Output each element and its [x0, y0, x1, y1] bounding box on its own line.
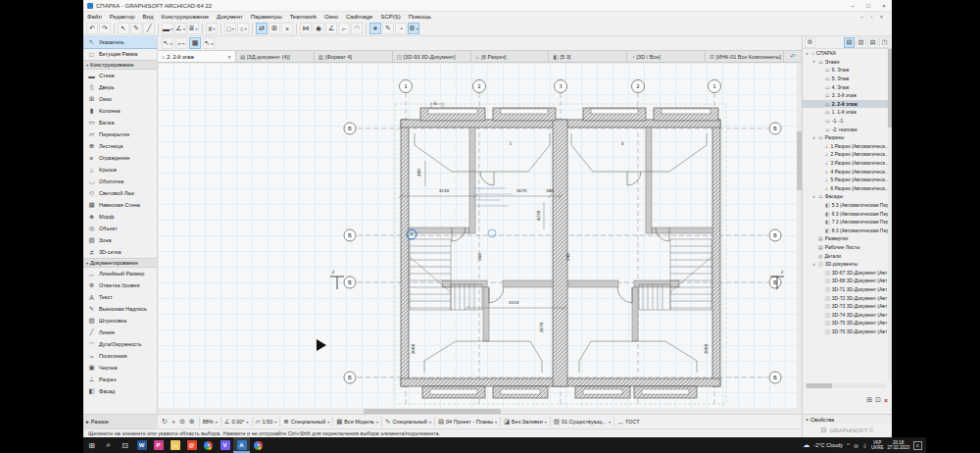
navigator-settings-icon[interactable]: ⚙	[805, 37, 815, 48]
tree-item-5-3--автоматическая-пер[interactable]: ◧5 3 (Автоматическая Пер	[803, 201, 889, 210]
brush-tool-icon[interactable]: ╱	[143, 23, 155, 34]
tree-item--2--геоплан[interactable]: ▭-2. геоплан	[803, 125, 889, 133]
toolbox-item-marquee[interactable]: □Бегущая Рамка	[83, 48, 157, 60]
tab--инк-01-все-компоненты-[interactable]: ⊟[ИНК-01 Все Компоненты]	[706, 51, 784, 62]
toolbox-item-zone[interactable]: ▨Зона	[83, 234, 157, 246]
undo-icon[interactable]: ↶	[86, 23, 98, 34]
tree-item-3d-73-3d-документ--авт[interactable]: ◳3D-73 3D-Документ (Авт	[803, 302, 889, 311]
layout-book-icon[interactable]: ▤	[867, 37, 878, 48]
mirror-icon[interactable]: ⋈	[300, 23, 312, 34]
tab--5-3-[interactable]: ◧[5 3]	[549, 51, 627, 62]
tree-item-3-разрез--автоматическ---[interactable]: ⊥3 Разрез (Автоматическ...	[803, 159, 889, 168]
tree-item-4--этаж[interactable]: ▭4. Этаж	[803, 82, 889, 91]
toolbox-item-object[interactable]: ◎Объект	[83, 223, 157, 234]
view-map-icon[interactable]: ▥	[856, 37, 866, 48]
slope-tool-icon[interactable]: ∠▾	[174, 23, 186, 34]
tree-item-1--1-й-этаж[interactable]: ▭1. 1-й этаж	[803, 108, 889, 117]
tree-item-5--этаж[interactable]: ▭5. Этаж	[803, 75, 889, 83]
menu-окно[interactable]: Окно	[320, 14, 342, 20]
toolbox-item-dimension[interactable]: ↔Линейный Размер	[83, 268, 157, 279]
option-01Существующ[interactable]: ▧01 Существующ...▾	[554, 418, 611, 426]
toolbox-item-slab[interactable]: ▱Перекрытие	[83, 128, 157, 140]
close-button[interactable]: ×	[876, 0, 892, 11]
option-Специальный[interactable]: ✎Специальный▾	[385, 418, 431, 426]
tree-item-разрезы[interactable]: ∨▭Разрезы	[803, 133, 889, 142]
tree-item-3--3-й-этаж[interactable]: ▭3. 3-й этаж	[803, 91, 889, 100]
option-150[interactable]: ▱1:50▾	[256, 418, 277, 426]
properties-panel-header[interactable]: ▸ Свойства	[802, 414, 892, 424]
doc-control-1[interactable]: ▫	[867, 14, 876, 20]
grid-snap-icon[interactable]: #▾	[206, 23, 218, 34]
tree-item-5-разрез--автоматическ---[interactable]: ⊥5 Разрез (Автоматическ...	[803, 176, 889, 184]
pen2-icon[interactable]: ✎	[382, 23, 394, 34]
new-viewpoint-icon[interactable]: ⊞	[866, 396, 872, 404]
menu-teamwork[interactable]: Teamwork	[286, 14, 320, 20]
toolbox-item-facade[interactable]: ◧Фасад	[83, 385, 157, 397]
clone-folder-icon[interactable]: ⊡	[875, 396, 881, 404]
tab-2.-2-й-этаж[interactable]: ⌂2. 2-й этаж×	[158, 51, 236, 62]
doc-control-0[interactable]: –	[858, 14, 866, 20]
tree-item-3d-документы[interactable]: ∨◳3D-документы	[803, 260, 889, 269]
tab--формат-4-[interactable]: ▥[Формат 4]	[315, 51, 393, 62]
menu-документ[interactable]: Документ	[213, 14, 247, 20]
arc-guide-icon[interactable]: ◠	[351, 23, 363, 34]
taskbar-app-photos[interactable]: P	[150, 437, 167, 453]
toolbox-item-text[interactable]: AТекст	[83, 291, 157, 303]
tray-expand-icon[interactable]: ^	[847, 442, 850, 448]
option-Специальный[interactable]: ≣Специальный▾	[283, 418, 329, 426]
orbit-icon[interactable]: ↻	[162, 418, 168, 426]
tree-item-рабочие-листы[interactable]: ▤Рабочие Листы	[803, 243, 889, 252]
task-view-icon[interactable]: ⊡	[117, 437, 133, 453]
tree-item-этажи[interactable]: ∨▭Этажи	[803, 58, 889, 67]
toolbox-section-header[interactable]: ▾Документирование	[83, 258, 157, 268]
arrow-mini-icon[interactable]: ↖▾	[162, 37, 173, 49]
menu-cadimage[interactable]: Cadimage	[342, 14, 376, 20]
taskbar-app-mail[interactable]: @	[183, 437, 200, 453]
shape-tool-icon[interactable]: □▾	[224, 23, 236, 34]
toolbox-section-header[interactable]: ▾Конструирование	[83, 60, 157, 70]
circle-tool-icon[interactable]: ○▾	[237, 23, 249, 34]
weather-icon[interactable]: ☁	[803, 441, 809, 449]
redo-icon[interactable]: ↷	[99, 23, 111, 34]
notification-center-icon[interactable]: ≡	[913, 441, 922, 450]
menu-помощь[interactable]: Помощь	[405, 14, 435, 20]
pan-icon[interactable]: +	[172, 419, 175, 426]
transform-icon[interactable]: ⇄	[256, 23, 268, 34]
menu-редактор[interactable]: Редактор	[106, 14, 139, 20]
toolbox-item-roof[interactable]: ⌂Крыша	[83, 164, 157, 176]
zoom-in-icon[interactable]: ⊕	[189, 418, 195, 426]
toolbox-item-arc[interactable]: ◠Дуга/Окружность	[83, 338, 157, 350]
toolbox-item-shell[interactable]: ◡Оболочка	[83, 176, 157, 187]
tree-item-2--2-й-этаж[interactable]: ▭2. 2-й этаж	[803, 100, 889, 109]
gear-icon[interactable]: ⚙▾	[408, 23, 419, 34]
cursor-mini-icon[interactable]: ↖▾	[203, 37, 215, 49]
tree-item-3d-68-3d-документ--авт[interactable]: ◳3D-68 3D-Документ (Авт	[803, 277, 889, 285]
toolbox-section-misc[interactable]: ▸ Разное	[83, 414, 158, 428]
toolbox-item-pointer[interactable]: ↖Указатель	[83, 36, 157, 48]
tree-item-7-3--автоматическая-пер[interactable]: ◧7 3 (Автоматическая Пер	[803, 218, 889, 226]
cancel-icon[interactable]: ×	[281, 23, 293, 34]
toolbox-item-section[interactable]: ⊥Разрез	[83, 374, 157, 385]
toolbox-item-stair[interactable]: ≣Лестница	[83, 140, 157, 152]
toolbox-item-label[interactable]: ✎Выносная Надпись	[83, 303, 157, 315]
tree-item-3d-76-3d-документ--авт[interactable]: ◳3D-76 3D-Документ (Авт	[803, 327, 889, 336]
maximize-button[interactable]: □	[860, 0, 876, 11]
taskbar-app-archicad[interactable]: A	[233, 437, 250, 453]
pointer-tool-icon[interactable]: ↖	[118, 23, 129, 34]
language-indicator[interactable]: УКР UKRE	[871, 440, 884, 451]
table-icon[interactable]: ⊞	[269, 23, 280, 34]
globe-icon[interactable]: ◔	[395, 23, 407, 34]
search-icon[interactable]: ⌕	[100, 437, 117, 453]
zoom-out-icon[interactable]: ⊖	[179, 418, 185, 426]
taskbar-app-browser[interactable]	[250, 437, 267, 453]
toolbox-item-line[interactable]: ╱Линия	[83, 327, 157, 338]
tray-update-icon[interactable]: ⇩	[862, 442, 867, 449]
pen-tool-icon[interactable]: ✎	[130, 23, 142, 34]
option-БезЗаливки[interactable]: ◪Без Заливки▾	[504, 418, 547, 426]
toolbox-item-curtain-wall[interactable]: ▦Навесная Стена	[83, 199, 157, 211]
stair-tool-icon[interactable]: ≣▾	[187, 23, 199, 34]
toolbox-item-level[interactable]: ⊕Отметка Уровня	[83, 279, 157, 291]
tree-item-детали[interactable]: ◎Детали	[803, 251, 889, 260]
clock[interactable]: 20:18 27.02.2023	[887, 440, 909, 451]
tree-item-6-разрез--автоматическ---[interactable]: ⊥6 Разрез (Автоматическ...	[803, 184, 889, 193]
